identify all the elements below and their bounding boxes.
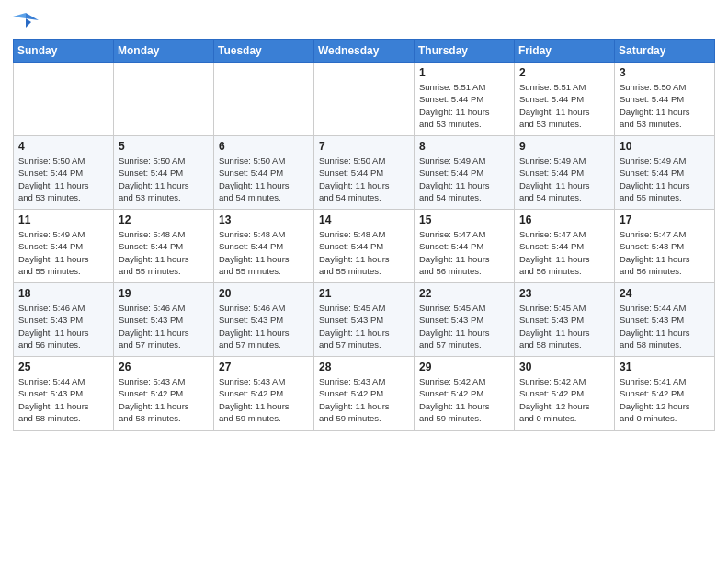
day-info: Sunrise: 5:48 AM Sunset: 5:44 PM Dayligh… xyxy=(319,228,409,277)
calendar-cell: 28Sunrise: 5:43 AM Sunset: 5:42 PM Dayli… xyxy=(314,357,415,431)
calendar-cell: 7Sunrise: 5:50 AM Sunset: 5:44 PM Daylig… xyxy=(314,136,415,210)
day-info: Sunrise: 5:49 AM Sunset: 5:44 PM Dayligh… xyxy=(519,155,609,203)
calendar-cell: 6Sunrise: 5:50 AM Sunset: 5:44 PM Daylig… xyxy=(214,136,314,210)
calendar-cell: 27Sunrise: 5:43 AM Sunset: 5:42 PM Dayli… xyxy=(214,357,314,431)
calendar-cell: 18Sunrise: 5:46 AM Sunset: 5:43 PM Dayli… xyxy=(14,283,114,357)
day-number: 10 xyxy=(620,140,710,153)
day-number: 31 xyxy=(620,361,710,373)
day-info: Sunrise: 5:47 AM Sunset: 5:44 PM Dayligh… xyxy=(519,228,609,277)
day-info: Sunrise: 5:45 AM Sunset: 5:43 PM Dayligh… xyxy=(319,302,409,350)
calendar-cell: 17Sunrise: 5:47 AM Sunset: 5:43 PM Dayli… xyxy=(615,210,715,283)
calendar-cell: 15Sunrise: 5:47 AM Sunset: 5:44 PM Dayli… xyxy=(415,210,515,283)
day-info: Sunrise: 5:49 AM Sunset: 5:44 PM Dayligh… xyxy=(419,155,509,203)
logo-icon xyxy=(13,9,39,31)
calendar-cell: 21Sunrise: 5:45 AM Sunset: 5:43 PM Dayli… xyxy=(314,283,415,357)
day-info: Sunrise: 5:48 AM Sunset: 5:44 PM Dayligh… xyxy=(119,228,209,277)
calendar-cell xyxy=(314,63,415,136)
day-number: 12 xyxy=(119,213,209,226)
calendar-cell: 8Sunrise: 5:49 AM Sunset: 5:44 PM Daylig… xyxy=(415,136,515,210)
calendar-cell: 23Sunrise: 5:45 AM Sunset: 5:43 PM Dayli… xyxy=(515,283,615,357)
day-number: 29 xyxy=(419,361,509,373)
calendar-cell: 2Sunrise: 5:51 AM Sunset: 5:44 PM Daylig… xyxy=(515,63,615,136)
header-row: SundayMondayTuesdayWednesdayThursdayFrid… xyxy=(14,40,715,63)
day-info: Sunrise: 5:43 AM Sunset: 5:42 PM Dayligh… xyxy=(119,375,209,424)
calendar-cell: 1Sunrise: 5:51 AM Sunset: 5:44 PM Daylig… xyxy=(415,63,515,136)
week-row-2: 4Sunrise: 5:50 AM Sunset: 5:44 PM Daylig… xyxy=(14,136,715,210)
calendar-cell: 31Sunrise: 5:41 AM Sunset: 5:42 PM Dayli… xyxy=(615,357,715,431)
day-info: Sunrise: 5:51 AM Sunset: 5:44 PM Dayligh… xyxy=(519,81,609,130)
calendar-cell xyxy=(14,63,114,136)
calendar-cell: 26Sunrise: 5:43 AM Sunset: 5:42 PM Dayli… xyxy=(114,357,214,431)
day-number: 16 xyxy=(519,213,609,226)
calendar-cell xyxy=(214,63,314,136)
day-number: 28 xyxy=(319,361,409,373)
day-number: 17 xyxy=(620,213,710,226)
day-info: Sunrise: 5:42 AM Sunset: 5:42 PM Dayligh… xyxy=(419,375,509,424)
day-number: 27 xyxy=(219,361,309,373)
day-info: Sunrise: 5:50 AM Sunset: 5:44 PM Dayligh… xyxy=(119,155,209,203)
day-number: 26 xyxy=(119,361,209,373)
day-info: Sunrise: 5:41 AM Sunset: 5:42 PM Dayligh… xyxy=(620,375,710,424)
col-header-saturday: Saturday xyxy=(615,40,715,63)
day-info: Sunrise: 5:43 AM Sunset: 5:42 PM Dayligh… xyxy=(319,375,409,424)
calendar-cell: 19Sunrise: 5:46 AM Sunset: 5:43 PM Dayli… xyxy=(114,283,214,357)
day-number: 11 xyxy=(18,213,108,226)
day-info: Sunrise: 5:46 AM Sunset: 5:43 PM Dayligh… xyxy=(119,302,209,350)
day-number: 24 xyxy=(620,287,710,300)
col-header-friday: Friday xyxy=(515,40,615,63)
day-number: 23 xyxy=(519,287,609,300)
day-info: Sunrise: 5:42 AM Sunset: 5:42 PM Dayligh… xyxy=(519,375,609,424)
day-info: Sunrise: 5:50 AM Sunset: 5:44 PM Dayligh… xyxy=(219,155,309,203)
col-header-sunday: Sunday xyxy=(14,40,114,63)
day-number: 14 xyxy=(319,213,409,226)
svg-marker-0 xyxy=(26,13,39,20)
svg-marker-2 xyxy=(26,18,31,28)
day-number: 18 xyxy=(18,287,108,300)
week-row-4: 18Sunrise: 5:46 AM Sunset: 5:43 PM Dayli… xyxy=(14,283,715,357)
day-info: Sunrise: 5:50 AM Sunset: 5:44 PM Dayligh… xyxy=(319,155,409,203)
calendar-cell: 5Sunrise: 5:50 AM Sunset: 5:44 PM Daylig… xyxy=(114,136,214,210)
calendar-cell xyxy=(114,63,214,136)
header xyxy=(13,9,715,31)
day-info: Sunrise: 5:44 AM Sunset: 5:43 PM Dayligh… xyxy=(18,375,108,424)
day-info: Sunrise: 5:48 AM Sunset: 5:44 PM Dayligh… xyxy=(219,228,309,277)
day-info: Sunrise: 5:46 AM Sunset: 5:43 PM Dayligh… xyxy=(219,302,309,350)
day-number: 25 xyxy=(18,361,108,373)
calendar-cell: 25Sunrise: 5:44 AM Sunset: 5:43 PM Dayli… xyxy=(14,357,114,431)
day-info: Sunrise: 5:43 AM Sunset: 5:42 PM Dayligh… xyxy=(219,375,309,424)
calendar-cell: 4Sunrise: 5:50 AM Sunset: 5:44 PM Daylig… xyxy=(14,136,114,210)
day-info: Sunrise: 5:45 AM Sunset: 5:43 PM Dayligh… xyxy=(519,302,609,350)
day-info: Sunrise: 5:50 AM Sunset: 5:44 PM Dayligh… xyxy=(18,155,108,203)
day-number: 1 xyxy=(419,66,509,79)
day-number: 2 xyxy=(519,66,609,79)
logo xyxy=(13,9,42,31)
day-number: 19 xyxy=(119,287,209,300)
day-number: 4 xyxy=(18,140,108,153)
week-row-3: 11Sunrise: 5:49 AM Sunset: 5:44 PM Dayli… xyxy=(14,210,715,283)
calendar-cell: 24Sunrise: 5:44 AM Sunset: 5:43 PM Dayli… xyxy=(615,283,715,357)
day-number: 13 xyxy=(219,213,309,226)
day-info: Sunrise: 5:47 AM Sunset: 5:44 PM Dayligh… xyxy=(419,228,509,277)
day-number: 3 xyxy=(620,66,710,79)
calendar-cell: 20Sunrise: 5:46 AM Sunset: 5:43 PM Dayli… xyxy=(214,283,314,357)
calendar-cell: 29Sunrise: 5:42 AM Sunset: 5:42 PM Dayli… xyxy=(415,357,515,431)
col-header-tuesday: Tuesday xyxy=(214,40,314,63)
calendar-cell: 30Sunrise: 5:42 AM Sunset: 5:42 PM Dayli… xyxy=(515,357,615,431)
calendar-cell: 10Sunrise: 5:49 AM Sunset: 5:44 PM Dayli… xyxy=(615,136,715,210)
day-number: 8 xyxy=(419,140,509,153)
day-number: 15 xyxy=(419,213,509,226)
day-info: Sunrise: 5:47 AM Sunset: 5:43 PM Dayligh… xyxy=(620,228,710,277)
day-number: 30 xyxy=(519,361,609,373)
calendar-cell: 12Sunrise: 5:48 AM Sunset: 5:44 PM Dayli… xyxy=(114,210,214,283)
calendar-cell: 3Sunrise: 5:50 AM Sunset: 5:44 PM Daylig… xyxy=(615,63,715,136)
day-number: 22 xyxy=(419,287,509,300)
week-row-5: 25Sunrise: 5:44 AM Sunset: 5:43 PM Dayli… xyxy=(14,357,715,431)
day-number: 6 xyxy=(219,140,309,153)
col-header-thursday: Thursday xyxy=(415,40,515,63)
calendar-cell: 16Sunrise: 5:47 AM Sunset: 5:44 PM Dayli… xyxy=(515,210,615,283)
day-number: 21 xyxy=(319,287,409,300)
col-header-monday: Monday xyxy=(114,40,214,63)
day-info: Sunrise: 5:51 AM Sunset: 5:44 PM Dayligh… xyxy=(419,81,509,130)
page: SundayMondayTuesdayWednesdayThursdayFrid… xyxy=(0,0,728,440)
svg-marker-1 xyxy=(13,13,26,18)
